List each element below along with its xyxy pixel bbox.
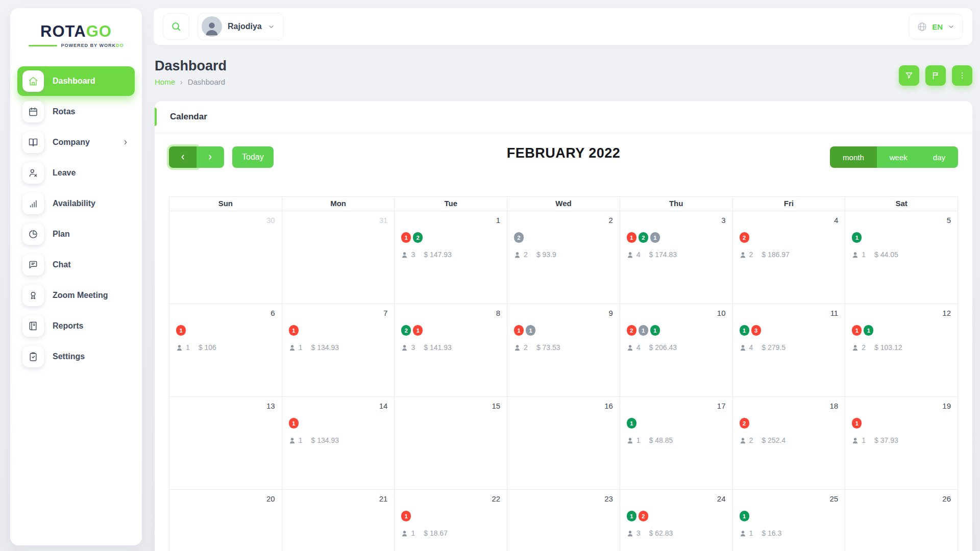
event-badge-red[interactable]: 1 (401, 511, 411, 521)
calendar-day-12[interactable]: 12112$ 103.12 (845, 304, 958, 397)
language-menu[interactable]: EN (909, 14, 963, 39)
today-button[interactable]: Today (232, 146, 274, 168)
prev-month-button[interactable] (169, 146, 197, 168)
calendar-day-31[interactable]: 31 (282, 211, 395, 304)
calendar-day-15[interactable]: 15 (395, 397, 507, 490)
event-badge-green[interactable]: 1 (627, 511, 636, 521)
calendar-day-3[interactable]: 31214$ 174.83 (620, 211, 732, 304)
sidebar-item-zoom-meeting[interactable]: Zoom Meeting (17, 281, 135, 310)
day-summary: 2$ 186.97 (739, 251, 845, 259)
calendar-day-1[interactable]: 1123$ 147.93 (395, 211, 507, 304)
view-day-button[interactable]: day (920, 146, 958, 168)
event-badge-gray[interactable]: 1 (650, 232, 660, 243)
flag-button[interactable] (925, 65, 946, 86)
day-summary: 1$ 44.05 (851, 251, 958, 259)
calendar-day-6[interactable]: 611$ 106 (169, 304, 282, 397)
event-badge-green[interactable]: 2 (639, 232, 648, 243)
view-week-button[interactable]: week (877, 146, 920, 168)
sidebar-item-plan[interactable]: Plan (17, 219, 135, 249)
view-month-button[interactable]: month (830, 146, 877, 168)
event-badge-gray[interactable]: 2 (514, 232, 524, 243)
event-badge-red[interactable]: 1 (852, 418, 862, 429)
event-badge-red[interactable]: 3 (751, 325, 761, 336)
person-icon (739, 251, 747, 259)
breadcrumb: Home › Dashboard (155, 78, 227, 86)
calendar-day-20[interactable]: 20 (169, 490, 282, 551)
event-badge-gray[interactable]: 1 (526, 325, 535, 336)
event-badge-red[interactable]: 2 (639, 511, 648, 521)
calendar-day-26[interactable]: 26 (845, 490, 958, 551)
month-nav-group (169, 146, 224, 168)
calendar-day-25[interactable]: 2511$ 16.3 (732, 490, 845, 551)
sidebar-item-reports[interactable]: Reports (17, 311, 135, 341)
event-badge-green[interactable]: 2 (413, 232, 423, 243)
brand-underline (29, 45, 57, 46)
calendar-day-21[interactable]: 21 (282, 490, 395, 551)
event-badge-red[interactable]: 2 (627, 325, 636, 336)
globe-icon (917, 21, 927, 32)
calendar-day-16[interactable]: 16 (507, 397, 620, 490)
event-badge-red[interactable]: 2 (740, 232, 749, 243)
calendar-day-19[interactable]: 1911$ 37.93 (845, 397, 958, 490)
event-badge-green[interactable]: 1 (650, 325, 660, 336)
calendar-day-24[interactable]: 24123$ 62.83 (620, 490, 732, 551)
date-number: 31 (282, 211, 395, 224)
day-header-wed: Wed (507, 197, 620, 211)
event-badge-red[interactable]: 1 (514, 325, 524, 336)
event-badge-red[interactable]: 1 (176, 325, 186, 336)
calendar-day-23[interactable]: 23 (507, 490, 620, 551)
sidebar-item-rotas[interactable]: Rotas (17, 97, 135, 127)
breadcrumb-home-link[interactable]: Home (155, 78, 175, 86)
sidebar-item-chat[interactable]: Chat (17, 250, 135, 280)
event-badges: 2 (740, 232, 845, 243)
event-badge-red[interactable]: 1 (413, 325, 423, 336)
sidebar-item-availability[interactable]: Availability (17, 189, 135, 218)
calendar-day-14[interactable]: 1411$ 134.93 (282, 397, 395, 490)
calendar-week-row: 611$ 106711$ 134.938213$ 141.939112$ 73.… (169, 304, 958, 397)
event-badge-green[interactable]: 2 (401, 325, 411, 336)
people-count: 2 (749, 251, 753, 259)
calendar-day-18[interactable]: 1822$ 252.4 (732, 397, 845, 490)
calendar-day-5[interactable]: 511$ 44.05 (845, 211, 958, 304)
calendar-day-2[interactable]: 222$ 93.9 (507, 211, 620, 304)
filter-button[interactable] (899, 65, 919, 86)
day-amount: $ 18.67 (424, 529, 448, 537)
more-button[interactable] (952, 65, 972, 86)
event-badge-green[interactable]: 1 (864, 325, 873, 336)
next-month-button[interactable] (197, 146, 224, 168)
event-badge-red[interactable]: 1 (401, 232, 411, 243)
event-badge-red[interactable]: 1 (627, 232, 636, 243)
calendar-day-30[interactable]: 30 (169, 211, 282, 304)
sidebar-item-settings[interactable]: Settings (17, 342, 135, 371)
calendar-day-17[interactable]: 1711$ 48.85 (620, 397, 732, 490)
event-badge-red[interactable]: 1 (852, 325, 862, 336)
date-number: 13 (169, 397, 282, 410)
calendar-day-22[interactable]: 2211$ 18.67 (395, 490, 507, 551)
calendar-day-4[interactable]: 422$ 186.97 (732, 211, 845, 304)
event-badge-green[interactable]: 1 (740, 325, 749, 336)
calendar-day-9[interactable]: 9112$ 73.53 (507, 304, 620, 397)
date-number: 6 (169, 304, 282, 317)
event-badge-green[interactable]: 1 (627, 418, 636, 429)
user-menu[interactable]: Rajodiya (198, 13, 284, 40)
event-badge-red[interactable]: 2 (740, 418, 749, 429)
calendar-day-7[interactable]: 711$ 134.93 (282, 304, 395, 397)
calendar-day-10[interactable]: 102114$ 206.43 (620, 304, 732, 397)
event-badge-gray[interactable]: 1 (639, 325, 648, 336)
calendar-day-11[interactable]: 11134$ 279.5 (732, 304, 845, 397)
calendar-day-8[interactable]: 8213$ 141.93 (395, 304, 507, 397)
people-count: 2 (524, 251, 528, 259)
day-amount: $ 141.93 (424, 343, 452, 352)
event-badge-red[interactable]: 1 (289, 418, 299, 429)
sidebar-item-leave[interactable]: Leave (17, 158, 135, 188)
event-badge-green[interactable]: 1 (740, 511, 749, 521)
sidebar-item-company[interactable]: Company (17, 128, 135, 157)
search-button[interactable] (163, 13, 189, 40)
event-badge-green[interactable]: 1 (852, 232, 862, 243)
event-badge-red[interactable]: 1 (289, 325, 299, 336)
person-icon (401, 344, 408, 352)
sidebar-item-dashboard[interactable]: Dashboard (17, 66, 135, 96)
event-badges: 2 (740, 418, 845, 429)
chevron-down-icon (947, 23, 955, 31)
calendar-day-13[interactable]: 13 (169, 397, 282, 490)
